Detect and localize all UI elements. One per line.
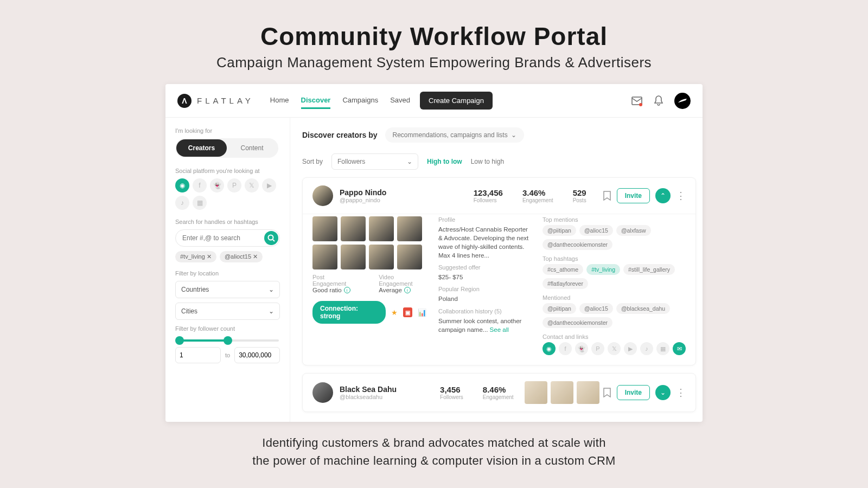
mention-tag[interactable]: @danthecookiemonster [542,239,612,250]
creator-card-expanded: Pappo Nindo @pappo_nindo 123,456Follower… [302,177,696,365]
mentioned-tag[interactable]: @danthecookiemonster [542,317,612,328]
post-thumb[interactable] [397,245,422,269]
post-thumb[interactable] [551,381,573,404]
tab-creators[interactable]: Creators [176,139,227,157]
more-menu-icon[interactable]: ⋮ [676,388,686,397]
countries-select[interactable]: Countries⌄ [175,281,280,298]
followers-slider[interactable] [176,339,279,342]
creator-name[interactable]: Pappo Nindo [340,188,386,197]
bookmark-icon[interactable] [603,191,611,201]
post-thumb[interactable] [312,216,337,241]
link-snapchat-icon[interactable]: 👻 [575,342,588,355]
slider-thumb-min[interactable] [175,336,184,345]
mail-icon[interactable] [631,95,643,107]
filter-chip[interactable]: @alioct15 ✕ [220,251,263,262]
mentioned-tag[interactable]: @alioc15 [579,303,613,314]
nav-home[interactable]: Home [270,93,289,109]
creator-name[interactable]: Black Sea Dahu [340,385,397,394]
filter-chip[interactable]: #tv_living ✕ [175,251,216,262]
platform-snapchat-icon[interactable]: 👻 [210,178,224,192]
invite-button[interactable]: Invite [617,188,650,203]
collab-heading: Collaboration history (5) [438,308,531,314]
creator-avatar[interactable] [312,382,333,403]
nav-saved[interactable]: Saved [390,93,410,109]
preview-thumbs [525,381,599,404]
link-tiktok-icon[interactable]: ♪ [640,342,653,355]
post-thumb[interactable] [341,216,366,241]
followers-stat: 3,456Followers [440,385,463,400]
post-thumb[interactable] [369,245,394,269]
platform-twitter-icon[interactable]: 𝕏 [245,178,259,192]
followers-max-input[interactable] [234,347,280,363]
bookmark-icon[interactable] [603,388,611,397]
link-web-icon[interactable]: ▦ [656,342,669,355]
engagement-stat: 8.46%Engagement [483,385,514,400]
mention-tag[interactable]: @alioc15 [579,225,613,236]
looking-for-label: I'm looking for [175,127,280,134]
more-menu-icon[interactable]: ⋮ [676,191,686,201]
search-button[interactable] [264,231,278,245]
link-twitter-icon[interactable]: 𝕏 [608,342,621,355]
brand-avatar[interactable] [674,93,691,109]
platform-instagram-icon[interactable]: ◉ [175,178,189,192]
filters-sidebar: I'm looking for Creators Content Social … [165,118,290,422]
platform-facebook-icon[interactable]: f [193,178,207,192]
post-thumb[interactable] [577,381,599,404]
invite-button[interactable]: Invite [617,385,650,400]
hashtag-tag[interactable]: #flatlayforever [542,278,588,289]
platform-youtube-icon[interactable]: ▶ [262,178,276,192]
nav-campaigns[interactable]: Campaigns [342,93,378,109]
sort-low-to-high[interactable]: Low to high [471,158,504,165]
profile-text: Actress/Host Cannabis Reporter & Advocat… [438,225,531,260]
mentioned-tag[interactable]: @blacksea_dahu [616,303,670,314]
brand-logo[interactable]: Λ FLATLAY [177,94,254,108]
sort-field-select[interactable]: Followers⌄ [331,153,418,170]
svg-point-1 [269,235,273,240]
tab-content[interactable]: Content [227,139,277,157]
creator-avatar[interactable] [312,185,333,206]
chevron-down-icon: ⌄ [269,307,274,315]
post-thumb[interactable] [397,216,422,241]
info-icon[interactable]: i [404,287,411,293]
link-pinterest-icon[interactable]: P [591,342,604,355]
platform-other-icon[interactable]: ▦ [193,196,207,210]
link-email-icon[interactable]: ✉ [673,342,686,355]
collapse-button[interactable]: ⌃ [655,188,671,203]
create-campaign-button[interactable]: Create Campaign [420,92,493,110]
post-engagement-stat: Post EngagementGood ratioi [312,274,357,293]
link-youtube-icon[interactable]: ▶ [624,342,637,355]
expand-button[interactable]: ⌄ [655,385,671,400]
range-to-label: to [225,352,230,358]
post-thumb[interactable] [312,245,337,269]
region-heading: Popular Region [438,286,531,292]
post-thumb[interactable] [341,245,366,269]
link-instagram-icon[interactable]: ◉ [542,342,556,355]
mentioned-tag[interactable]: @piitipan [542,303,576,314]
bell-icon[interactable] [653,95,665,107]
discover-by-dropdown[interactable]: Recommendations, campaigns and lists⌄ [385,127,524,143]
discover-title: Discover creators by [302,131,378,139]
platform-label: Social platform you're looking at [175,168,280,174]
post-thumb[interactable] [525,381,547,404]
see-all-link[interactable]: See all [490,326,509,333]
mention-tag[interactable]: @alxfasw [616,225,651,236]
hashtag-tag[interactable]: #cs_athome [542,264,583,275]
analytics-icon[interactable]: 📊 [418,309,426,317]
creator-handle: @pappo_nindo [340,197,386,203]
media-badge-icon: ▣ [403,307,412,317]
nav-discover[interactable]: Discover [301,93,331,109]
profile-heading: Profile [438,216,531,223]
cities-select[interactable]: Cities⌄ [175,303,280,320]
platform-pinterest-icon[interactable]: P [227,178,241,192]
platform-tiktok-icon[interactable]: ♪ [175,196,189,210]
offer-heading: Suggested offer [438,264,531,271]
followers-min-input[interactable] [175,347,221,363]
mention-tag[interactable]: @piitipan [542,225,576,236]
link-facebook-icon[interactable]: f [559,342,572,355]
slider-thumb-max[interactable] [224,336,232,345]
sort-high-to-low[interactable]: High to low [427,158,462,165]
hashtag-tag[interactable]: #tv_living [586,264,620,275]
hashtag-tag[interactable]: #still_life_gallery [623,264,675,275]
info-icon[interactable]: i [344,287,350,293]
post-thumb[interactable] [369,216,394,241]
